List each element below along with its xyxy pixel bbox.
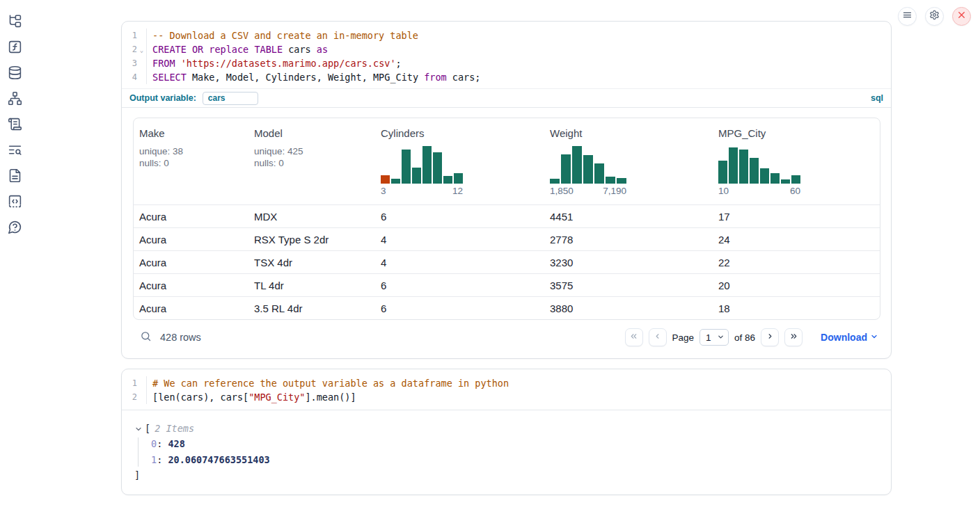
next-page-button[interactable] <box>761 328 779 346</box>
gear-icon <box>929 10 940 23</box>
tree-items-count: 2 Items <box>155 423 194 434</box>
column-histogram: 312 <box>381 146 539 196</box>
code-token: Make, Model, Cylinders, Weight, MPG_City <box>187 72 424 83</box>
documentation-button[interactable] <box>6 168 23 185</box>
logs-search-button[interactable] <box>6 143 23 159</box>
histogram-axis-labels: 1060 <box>718 186 800 196</box>
column-header-make[interactable]: Makeunique: 38nulls: 0 <box>134 118 248 204</box>
table-cell: 18 <box>713 297 880 319</box>
table-cell: 22 <box>713 251 880 273</box>
code-token: ].mean()] <box>305 392 356 403</box>
tree-open-bracket: [ <box>145 423 150 434</box>
variables-button[interactable] <box>6 40 23 56</box>
download-label: Download <box>821 332 867 343</box>
chevron-down-icon <box>717 332 725 343</box>
previous-page-button[interactable] <box>649 328 667 346</box>
histogram-bar <box>572 146 582 184</box>
histogram-bars <box>381 146 539 184</box>
fold-spacer <box>137 29 146 42</box>
histogram-bar <box>583 155 593 184</box>
chevrons-left-icon <box>629 331 638 344</box>
scratchpad-button[interactable] <box>6 117 23 134</box>
column-header-cylinders[interactable]: Cylinders312 <box>375 118 544 204</box>
chevron-left-icon <box>653 331 662 344</box>
snippets-button[interactable] <box>6 194 23 211</box>
column-header-weight[interactable]: Weight1,8507,190 <box>544 118 713 204</box>
fold-chevron-icon[interactable]: ⌄ <box>137 42 146 56</box>
page-label: Page <box>672 332 695 343</box>
table-cell: TSX 4dr <box>248 251 375 273</box>
first-page-button[interactable] <box>625 328 643 346</box>
code-text: [len(cars), cars["MPG_City"].mean()] <box>146 390 891 404</box>
tree-entry-value: 20.060747663551403 <box>168 454 269 465</box>
chevron-down-icon <box>870 332 878 343</box>
table-cell: 4 <box>375 251 544 273</box>
line-number: 1 <box>122 376 137 390</box>
histogram-bar <box>391 179 400 184</box>
last-page-button[interactable] <box>784 328 803 346</box>
column-title: Cylinders <box>381 127 539 139</box>
histogram-bar <box>402 150 411 184</box>
output-variable-input[interactable] <box>203 92 258 105</box>
table-cell: MDX <box>248 205 375 227</box>
tree-entries: 0: 4281: 20.060747663551403 <box>134 436 878 468</box>
function-square-icon <box>8 40 22 57</box>
shutdown-button[interactable] <box>952 7 971 26</box>
table-cell: Acura <box>134 205 248 227</box>
code-token: -- Download a CSV and create an in-memor… <box>152 30 418 41</box>
column-stat: nulls: 0 <box>139 157 243 169</box>
sql-output-area: Makeunique: 38nulls: 0Modelunique: 425nu… <box>122 108 891 353</box>
tree-entry-key: 0 <box>151 438 157 449</box>
histogram-min-label: 10 <box>718 186 729 196</box>
download-button[interactable]: Download <box>821 332 878 343</box>
code-token: cars; <box>447 72 481 83</box>
chevrons-right-icon <box>789 331 798 344</box>
histogram-axis-labels: 1,8507,190 <box>550 186 626 196</box>
code-line: 2⌄CREATE OR replace TABLE cars as <box>122 42 891 56</box>
hamburger-menu-icon <box>902 10 912 23</box>
page-select[interactable]: 1 <box>700 329 729 346</box>
column-header-model[interactable]: Modelunique: 425nulls: 0 <box>248 118 375 204</box>
table-search-button[interactable] <box>137 329 154 346</box>
code-token: SELECT <box>152 72 187 83</box>
table-cell: Acura <box>134 228 248 250</box>
histogram-bar <box>729 147 738 184</box>
notebook-menu-button[interactable] <box>898 7 917 26</box>
tree-entry: 1: 20.060747663551403 <box>151 452 878 468</box>
column-stats: unique: 425nulls: 0 <box>254 145 370 169</box>
dependency-graph-button[interactable] <box>6 91 23 108</box>
column-header-mpg_city[interactable]: MPG_City1060 <box>713 118 880 204</box>
sql-cell-footer: Output variable: sql <box>122 88 891 108</box>
data-table: Makeunique: 38nulls: 0Modelunique: 425nu… <box>133 118 880 320</box>
python-code-editor[interactable]: 1# We can reference the output variable … <box>122 369 891 410</box>
sql-code-editor[interactable]: 1-- Download a CSV and create an in-memo… <box>122 22 891 88</box>
column-stats: unique: 38nulls: 0 <box>139 145 243 169</box>
settings-button[interactable] <box>925 7 944 26</box>
datasources-button[interactable] <box>6 65 23 82</box>
tree-collapse-chevron-icon[interactable] <box>134 424 143 433</box>
code-snippet-icon <box>8 194 22 211</box>
line-number: 3 <box>122 56 137 70</box>
histogram-bar <box>454 173 463 184</box>
tree-entry-value: 428 <box>168 438 184 449</box>
help-button[interactable] <box>6 220 23 236</box>
histogram-bar <box>739 150 748 184</box>
tree-entry-separator: : <box>157 438 168 449</box>
line-number: 2 <box>122 390 137 404</box>
code-token: # We can reference the output variable a… <box>152 378 509 389</box>
histogram-bar <box>381 175 390 184</box>
file-explorer-button[interactable] <box>6 14 23 31</box>
column-title: Make <box>139 127 243 139</box>
code-line: 1-- Download a CSV and create an in-memo… <box>122 29 891 42</box>
tree-entry-separator: : <box>157 454 168 465</box>
table-row: AcuraTSX 4dr4323022 <box>134 250 880 273</box>
histogram-bar <box>561 154 571 184</box>
histogram-bars <box>718 146 876 184</box>
histogram-bars <box>550 146 707 184</box>
page-select-value: 1 <box>706 332 711 343</box>
histogram-bar <box>760 168 769 184</box>
line-number: 4 <box>122 70 137 84</box>
code-token: [len(cars), cars[ <box>152 392 248 403</box>
table-cell: RSX Type S 2dr <box>248 228 375 250</box>
chevron-right-icon <box>766 331 775 344</box>
